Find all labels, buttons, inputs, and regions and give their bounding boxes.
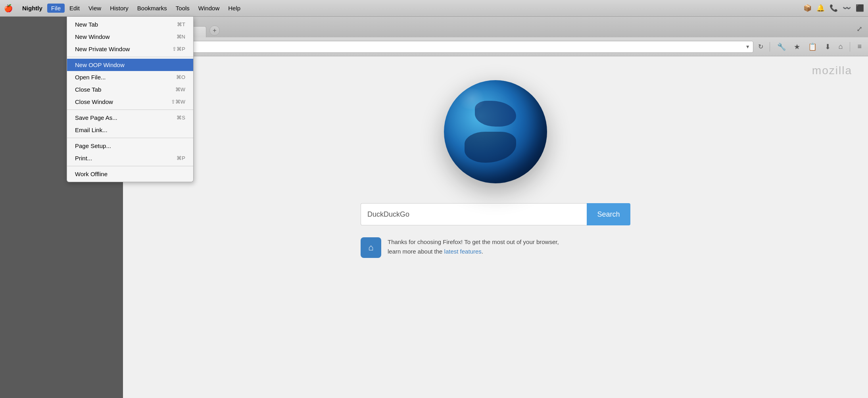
download-icon[interactable]: ⬇ [822, 41, 833, 53]
menu-open-file-label: Open File... [75, 74, 106, 81]
menu-new-oop-window-label: New OOP Window [75, 62, 125, 68]
promo-box: Thanks for choosing Firefox! To get the … [361, 237, 630, 258]
menu-page-setup-label: Page Setup... [75, 142, 111, 149]
menu-save-page-label: Save Page As... [75, 114, 117, 121]
menubar: 🍎 Nightly File Edit View History Bookmar… [0, 0, 868, 17]
menu-close-tab-label: Close Tab [75, 86, 101, 93]
home-icon[interactable]: ⌂ [836, 41, 845, 52]
address-input[interactable] [127, 41, 753, 53]
phone-icon[interactable]: 📞 [830, 4, 838, 12]
menu-close-window[interactable]: Close Window ⇧⌘W [67, 96, 193, 108]
file-dropdown-menu: New Tab ⌘T New Window ⌘N New Private Win… [67, 17, 194, 182]
menu-email-link-label: Email Link... [75, 127, 108, 133]
menubar-window[interactable]: Window [194, 4, 223, 13]
menu-save-page-shortcut: ⌘S [177, 115, 185, 121]
promo-period: . [482, 248, 483, 255]
menu-close-tab[interactable]: Close Tab ⌘W [67, 83, 193, 96]
notification-icon[interactable]: 🔔 [816, 4, 825, 12]
promo-icon [361, 237, 381, 258]
globe-graphic [444, 80, 547, 183]
menu-print-label: Print... [75, 155, 92, 162]
toolbar-separator-1 [770, 42, 770, 52]
expand-button[interactable]: ⤢ [855, 23, 864, 35]
menu-new-oop-window[interactable]: New OOP Window [67, 59, 193, 71]
menu-new-private-window-shortcut: ⇧⌘P [172, 46, 185, 52]
search-button[interactable]: Search [587, 203, 630, 225]
globe-highlight [456, 88, 487, 109]
menu-new-window[interactable]: New Window ⌘N [67, 31, 193, 43]
tab-bar: 🌐 Nightly Start Page + ⤢ [123, 17, 868, 37]
search-box: Search [361, 203, 630, 225]
new-tab-button[interactable]: + [209, 25, 220, 36]
hamburger-menu-icon[interactable]: ≡ [855, 41, 864, 52]
menubar-help[interactable]: Help [224, 4, 244, 13]
menu-new-private-window-label: New Private Window [75, 46, 130, 52]
menu-separator-3 [67, 138, 193, 138]
menubar-view[interactable]: View [84, 4, 105, 13]
browser-content: mozilla Search Thanks for choosing Firef… [123, 56, 868, 398]
menubar-tools[interactable]: Tools [172, 4, 194, 13]
menu-save-page[interactable]: Save Page As... ⌘S [67, 112, 193, 124]
menu-separator-4 [67, 166, 193, 166]
browser-area: 🌐 Nightly Start Page + ⤢ ▼ ↻ 🔧 ★ 📋 ⬇ ⌂ ≡… [123, 17, 868, 398]
menu-new-tab-shortcut: ⌘T [177, 21, 185, 27]
menu-new-window-shortcut: ⌘N [177, 34, 185, 40]
app-name[interactable]: Nightly [18, 4, 46, 13]
bookmarks-icon[interactable]: 📋 [806, 41, 819, 53]
screen-icon[interactable]: ⬛ [856, 4, 864, 12]
menu-close-window-shortcut: ⇧⌘W [171, 99, 185, 105]
mozilla-logo: mozilla [812, 64, 852, 77]
menu-close-window-label: Close Window [75, 98, 113, 105]
menu-print[interactable]: Print... ⌘P [67, 152, 193, 164]
menu-print-shortcut: ⌘P [177, 155, 185, 161]
menubar-items: Nightly File Edit View History Bookmarks… [18, 4, 244, 13]
menu-open-file[interactable]: Open File... ⌘O [67, 71, 193, 83]
menubar-edit[interactable]: Edit [65, 4, 84, 13]
promo-link[interactable]: latest features [444, 248, 482, 255]
menu-page-setup[interactable]: Page Setup... [67, 140, 193, 152]
menu-work-offline[interactable]: Work Offline [67, 168, 193, 180]
promo-text-line2: learn more about the [388, 248, 444, 255]
menu-new-private-window[interactable]: New Private Window ⇧⌘P [67, 43, 193, 55]
wave-icon[interactable]: 〰️ [843, 4, 851, 12]
menu-work-offline-label: Work Offline [75, 171, 108, 177]
toolbar-separator-2 [850, 42, 850, 52]
search-input[interactable] [361, 203, 587, 225]
menu-close-tab-shortcut: ⌘W [175, 87, 185, 92]
menu-separator-2 [67, 110, 193, 110]
dropbox-icon[interactable]: 📦 [803, 4, 812, 12]
menu-open-file-shortcut: ⌘O [176, 74, 185, 80]
refresh-button[interactable]: ↻ [757, 41, 765, 52]
menu-separator-1 [67, 57, 193, 57]
star-icon[interactable]: ★ [791, 41, 803, 53]
address-input-wrapper: ▼ [127, 41, 753, 53]
promo-text-line1: Thanks for choosing Firefox! To get the … [388, 238, 559, 245]
menu-new-window-label: New Window [75, 33, 110, 40]
menu-new-tab-label: New Tab [75, 21, 98, 28]
menubar-file[interactable]: File [47, 4, 65, 13]
wrench-icon[interactable]: 🔧 [775, 41, 788, 53]
menubar-history[interactable]: History [106, 4, 133, 13]
apple-menu[interactable]: 🍎 [4, 4, 13, 13]
promo-text: Thanks for choosing Firefox! To get the … [388, 237, 559, 256]
menu-email-link[interactable]: Email Link... [67, 124, 193, 136]
address-bar: ▼ ↻ 🔧 ★ 📋 ⬇ ⌂ ≡ [123, 37, 868, 56]
menubar-bookmarks[interactable]: Bookmarks [133, 4, 171, 13]
address-dropdown-icon[interactable]: ▼ [745, 44, 750, 50]
menubar-right-icons: 📦 🔔 📞 〰️ ⬛ [803, 4, 864, 12]
menu-new-tab[interactable]: New Tab ⌘T [67, 18, 193, 31]
